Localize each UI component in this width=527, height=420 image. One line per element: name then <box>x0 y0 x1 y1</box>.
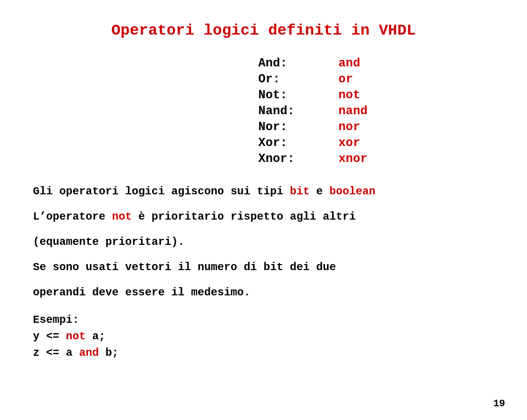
table-row: Nor: nor <box>160 119 368 135</box>
op-label-not: Not: <box>160 87 295 103</box>
table-row: Xnor: xnor <box>160 151 368 167</box>
body-line-5: operandi deve essere il medesimo. <box>33 284 494 301</box>
op-label-and: And: <box>160 55 295 71</box>
op-label-or: Or: <box>160 71 295 87</box>
page-title: Operatori logici definiti in VHDL <box>33 22 494 39</box>
body-text-static-1: Gli operatori logici agiscono sui tipi <box>33 185 290 198</box>
op-value-nor: nor <box>295 119 368 135</box>
page-number: 19 <box>493 398 505 409</box>
example2-keyword-and: and <box>79 346 99 359</box>
example-line-1: y <= not a; <box>33 328 494 345</box>
example1-suffix: a; <box>86 330 105 343</box>
body-keyword-not: not <box>112 210 132 223</box>
examples-label: Esempi: <box>33 312 494 328</box>
op-value-or: or <box>295 71 368 87</box>
example-line-2: z <= a and b; <box>33 345 494 361</box>
body-text-loperatore: L’operatore <box>33 210 112 223</box>
op-value-xor: xor <box>295 135 368 151</box>
examples-section: Esempi: y <= not a; z <= a and b; <box>33 312 494 361</box>
body-text-prioritario: è prioritario rispetto agli altri <box>132 210 356 223</box>
op-label-nor: Nor: <box>160 119 295 135</box>
operators-table: And: and Or: or Not: not Nand: nand Nor:… <box>160 55 368 167</box>
op-label-xnor: Xnor: <box>160 151 295 167</box>
op-label-xor: Xor: <box>160 135 295 151</box>
table-row: Or: or <box>160 71 368 87</box>
page-container: Operatori logici definiti in VHDL And: a… <box>0 0 527 420</box>
op-value-xnor: xnor <box>295 151 368 167</box>
body-line-1: Gli operatori logici agiscono sui tipi b… <box>33 183 494 200</box>
example2-prefix: z <= a <box>33 346 79 359</box>
table-row: Xor: xor <box>160 135 368 151</box>
table-row: Not: not <box>160 87 368 103</box>
op-value-and: and <box>295 55 368 71</box>
body-keyword-bit: bit <box>290 185 310 198</box>
op-label-nand: Nand: <box>160 103 295 119</box>
op-value-nand: nand <box>295 103 368 119</box>
body-keyword-boolean: boolean <box>329 185 375 198</box>
example1-keyword-not: not <box>66 330 86 343</box>
table-row: And: and <box>160 55 368 71</box>
body-line-2: L’operatore not è prioritario rispetto a… <box>33 209 494 225</box>
body-line-4: Se sono usati vettori il numero di bit d… <box>33 259 494 276</box>
body-line-3: (equamente prioritari). <box>33 234 494 250</box>
op-value-not: not <box>295 87 368 103</box>
table-row: Nand: nand <box>160 103 368 119</box>
example1-prefix: y <= <box>33 330 66 343</box>
example2-suffix: b; <box>99 346 119 359</box>
body-text-e: e <box>310 185 329 198</box>
